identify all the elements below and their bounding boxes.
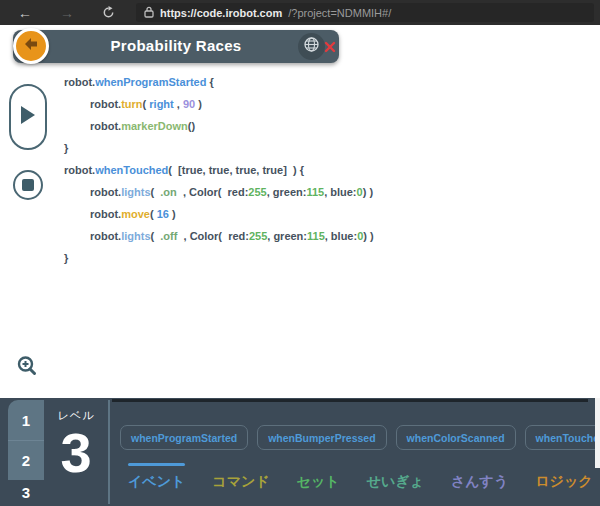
play-icon [20,106,36,128]
code-area: robot.whenProgramStarted {robot.turn( ri… [64,71,374,269]
code-line[interactable]: } [64,137,374,159]
magnifier-plus-icon [16,363,38,380]
url-bar[interactable]: https://code.irobot.com/?project=NDMMIH#… [136,3,594,22]
tab-label: セット [297,473,340,491]
tab-label: せいぎょ [367,473,424,491]
code-line[interactable]: robot.markerDown() [64,115,374,137]
level-strip: 123 [8,400,44,504]
app-window: ← → https://code.irobot.com/?project=NDM… [0,0,600,506]
level-selector: 123 レベル 3 [8,400,110,504]
tab-イベント[interactable]: イベント [128,463,185,491]
palette-scroll-edge[interactable] [595,398,600,468]
tab-active-indicator [128,463,185,466]
tab-せいぎょ[interactable]: せいぎょ [367,463,424,491]
code-line[interactable]: robot.whenTouched( [true, true, true, tr… [64,159,374,181]
browser-reload-icon[interactable] [96,6,120,19]
palette-panel: 123 レベル 3 whenProgramStartedwhenBumperPr… [0,398,600,506]
tab-active-indicator [367,463,424,466]
code-line[interactable]: robot.lights( .off , Color( red:255, gre… [64,225,374,247]
tab-label: さんすう [451,473,508,491]
tab-active-indicator [212,463,269,466]
tab-ロジック[interactable]: ロジック [535,463,592,491]
tab-セット[interactable]: セット [297,463,340,491]
block-whenColorScanned[interactable]: whenColorScanned [396,425,516,450]
panel-top-divider [112,399,588,402]
lock-icon [144,4,154,22]
code-canvas: Probability Races robot.whenProgramStart… [0,25,600,398]
disconnected-x-icon [324,39,336,57]
browser-back-icon[interactable]: ← [10,5,40,21]
code-line[interactable]: robot.whenProgramStarted { [64,71,374,93]
tab-label: イベント [128,473,185,491]
level-option-3[interactable]: 3 [8,480,44,504]
code-line[interactable]: robot.move( 16 ) [64,203,374,225]
play-button[interactable] [9,84,47,150]
stop-button[interactable] [13,170,43,200]
block-whenBumperPressed[interactable]: whenBumperPressed [257,425,386,450]
tab-active-indicator [297,463,340,466]
browser-forward-icon[interactable]: → [52,5,82,21]
code-line[interactable]: } [64,247,374,269]
level-option-2[interactable]: 2 [8,440,44,480]
url-path-text: /?project=NDMMIH#/ [288,7,391,19]
code-line[interactable]: robot.turn( right , 90 ) [64,93,374,115]
browser-toolbar: ← → https://code.irobot.com/?project=NDM… [0,0,600,25]
tab-active-indicator [535,463,592,466]
tab-さんすう[interactable]: さんすう [451,463,508,491]
block-whenTouched[interactable]: whenTouched [525,425,600,450]
level-option-1[interactable]: 1 [8,400,44,440]
url-host-text: https://code.irobot.com [160,7,282,19]
category-tabs: イベントコマンドセットせいぎょさんすうロジック [128,463,593,491]
stop-icon [22,179,34,191]
block-palette: whenProgramStartedwhenBumperPressedwhenC… [120,425,600,450]
tab-active-indicator [451,463,508,466]
connection-status-badge[interactable] [298,33,325,60]
tab-label: ロジック [535,473,592,491]
zoom-in-button[interactable] [16,355,38,377]
tab-コマンド[interactable]: コマンド [212,463,269,491]
level-display: レベル 3 [44,400,108,504]
code-line[interactable]: robot.lights( .on , Color( red:255, gree… [64,181,374,203]
tab-label: コマンド [212,473,269,491]
globe-icon [303,36,320,57]
project-header: Probability Races [13,30,339,63]
block-whenProgramStarted[interactable]: whenProgramStarted [120,425,248,450]
project-title: Probability Races [13,37,339,54]
level-current-number: 3 [60,425,91,481]
